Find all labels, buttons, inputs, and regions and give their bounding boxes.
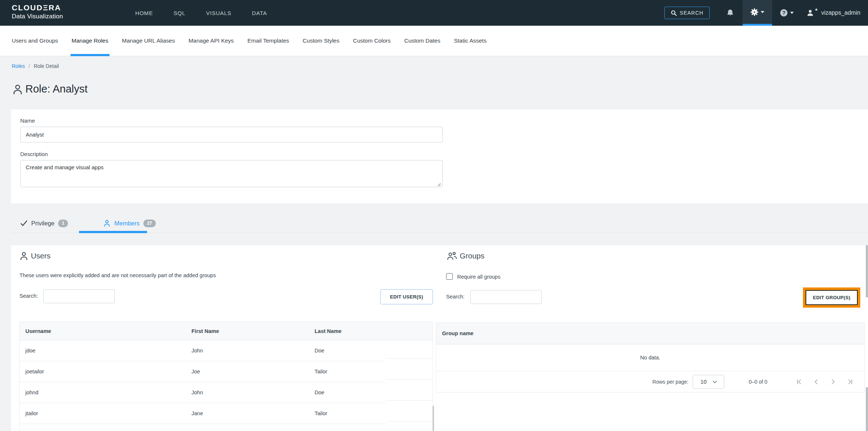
users-table-header: Username First Name Last Name [19, 322, 433, 340]
rows-per-page-label: Rows per page: [652, 379, 688, 385]
cell-first-name: Jane [191, 403, 315, 424]
username-label: vizapps_admin [821, 10, 861, 16]
groups-table: Group name No data. Rows per page: 10 0–… [436, 322, 865, 392]
users-table: Username First Name Last Name jdoe John … [19, 322, 433, 431]
table-row[interactable]: johnd John Doe [19, 382, 433, 403]
tab-manage-api-keys[interactable]: Manage API Keys [189, 26, 234, 56]
tab-members-label: Members [114, 220, 140, 227]
pagination-controls [796, 379, 853, 385]
nav-visuals[interactable]: VISUALS [206, 10, 232, 16]
nav-sql[interactable]: SQL [173, 10, 185, 16]
tab-custom-dates[interactable]: Custom Dates [404, 26, 440, 56]
groups-section-heading: Groups [447, 251, 484, 261]
cell-username: johnd [19, 382, 191, 403]
chevron-right-icon [830, 379, 836, 385]
tab-manage-url-aliases[interactable]: Manage URL Aliases [122, 26, 175, 56]
page-scrollbar-thumb[interactable] [866, 387, 868, 431]
users-section-heading: Users [19, 251, 51, 261]
help-icon: ? [780, 9, 788, 17]
tab-privilege-label: Privilege [31, 220, 54, 227]
page-scrollbar-thumb[interactable] [866, 245, 868, 297]
groups-heading-text: Groups [460, 251, 484, 260]
rows-per-page-select[interactable]: 10 [693, 375, 724, 389]
edit-groups-highlight: EDIT GROUP(S) [803, 287, 860, 308]
main-nav: HOME SQL VISUALS DATA [135, 0, 267, 26]
role-form-card: Name Description Create and manage visua… [11, 109, 868, 203]
logo-product: Data Visualization [12, 13, 63, 20]
last-page-button[interactable] [847, 379, 853, 385]
first-page-button[interactable] [796, 379, 803, 385]
cell-first-name: Joe [191, 361, 315, 382]
edit-users-button[interactable]: EDIT USER(S) [380, 289, 433, 304]
tab-privilege[interactable]: Privilege 1 [20, 220, 68, 227]
column-header-group-name[interactable]: Group name [436, 323, 864, 344]
chevron-down-icon [713, 380, 717, 383]
notifications-button[interactable] [726, 0, 734, 26]
tab-manage-roles[interactable]: Manage Roles [72, 26, 108, 56]
breadcrumb-roles-link[interactable]: Roles [12, 63, 25, 69]
tab-custom-colors[interactable]: Custom Colors [353, 26, 391, 56]
svg-text:?: ? [782, 10, 786, 16]
column-header-last-name[interactable]: Last Name [315, 328, 385, 334]
nav-data[interactable]: DATA [252, 10, 267, 16]
table-row[interactable]: jtailor Jane Tailor [19, 403, 433, 424]
groups-search-label: Search: [446, 294, 465, 300]
tab-email-templates[interactable]: Email Templates [247, 26, 289, 56]
pagination-range: 0–0 of 0 [749, 379, 767, 385]
cell-last-name: Doe [315, 382, 385, 403]
chevron-left-icon [813, 379, 819, 385]
settings-tabs: Users and Groups Manage Roles Manage URL… [0, 26, 868, 56]
search-icon [671, 10, 677, 16]
user-menu[interactable]: * vizapps_admin [807, 0, 868, 26]
cell-last-name: Tailor [315, 403, 385, 424]
require-all-groups-label: Require all groups [457, 274, 501, 280]
page-title: Role: Analyst [12, 83, 87, 95]
description-field[interactable]: Create and manage visual apps [20, 160, 443, 187]
groups-search-input[interactable] [470, 290, 542, 304]
role-detail-tabs: Privilege 1 Members 27 [20, 215, 156, 231]
users-icon [19, 251, 28, 261]
members-count-badge: 27 [143, 220, 156, 227]
users-search-input[interactable] [43, 289, 115, 303]
active-tab-underline [79, 231, 147, 233]
cell-last-name: Doe [315, 340, 385, 361]
first-page-icon [796, 379, 803, 385]
users-table-scrollbar[interactable] [433, 406, 434, 431]
require-all-groups-checkbox[interactable] [446, 273, 453, 280]
user-asterisk: * [815, 7, 818, 15]
column-header-first-name[interactable]: First Name [191, 328, 315, 334]
search-button[interactable]: SEARCH [664, 7, 710, 19]
tab-users-and-groups[interactable]: Users and Groups [12, 26, 58, 56]
breadcrumb-separator: / [29, 63, 30, 69]
next-page-button[interactable] [830, 379, 836, 385]
column-header-username[interactable]: Username [19, 328, 191, 334]
user-icon [807, 9, 814, 17]
tab-members[interactable]: Members 27 [103, 219, 156, 227]
page: CLOUDΞRA Data Visualization HOME SQL VIS… [0, 0, 868, 431]
settings-menu[interactable] [743, 0, 772, 26]
cell-username: jtailor [19, 403, 191, 424]
bell-icon [726, 9, 734, 17]
role-user-icon [12, 83, 23, 95]
name-field[interactable] [20, 127, 443, 142]
chevron-down-icon [761, 11, 764, 13]
nav-home[interactable]: HOME [135, 10, 153, 16]
chevron-down-icon [790, 12, 794, 14]
cell-username: joetailor [19, 361, 191, 382]
edit-groups-button[interactable]: EDIT GROUP(S) [806, 290, 858, 305]
members-panel: Users These users were explicitly added … [11, 245, 868, 431]
logo-brand: CLOUDΞRA [12, 3, 63, 12]
description-label: Description [20, 151, 48, 157]
tab-static-assets[interactable]: Static Assets [454, 26, 487, 56]
resize-handle-icon[interactable] [437, 182, 441, 186]
help-menu[interactable]: ? [780, 0, 794, 26]
users-search-label: Search: [19, 293, 38, 299]
previous-page-button[interactable] [813, 379, 819, 385]
groups-icon [447, 251, 457, 261]
table-row[interactable]: jdoe John Doe [19, 340, 433, 361]
tab-custom-styles[interactable]: Custom Styles [303, 26, 340, 56]
page-title-text: Role: Analyst [25, 83, 87, 95]
rows-per-page-value: 10 [700, 379, 707, 385]
table-row[interactable]: joetailor Joe Tailor [19, 361, 433, 382]
users-heading-text: Users [31, 251, 51, 260]
